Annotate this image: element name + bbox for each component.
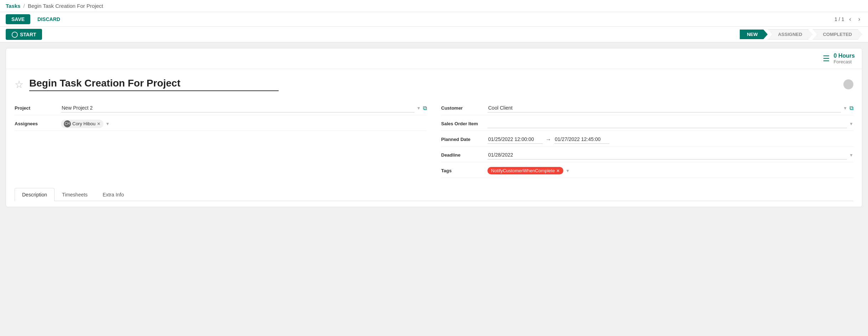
- tags-row: Tags NotifyCustomerWhenComplete ✕ ▼: [441, 164, 853, 178]
- assignees-value: CH Cory Hibou ✕ ▼: [61, 120, 427, 128]
- tags-dropdown-icon[interactable]: ▼: [565, 168, 570, 173]
- tab-timesheets[interactable]: Timesheets: [55, 188, 95, 201]
- status-steps: NEW ASSIGNED COMPLETED: [740, 29, 862, 40]
- customer-input[interactable]: [487, 104, 841, 112]
- customer-label: Customer: [441, 105, 487, 111]
- breadcrumb-parent[interactable]: Tasks: [6, 3, 20, 9]
- planned-date-value: →: [487, 135, 853, 144]
- form-section-left: Project ▼ ⧉ Assignees CH: [15, 101, 427, 178]
- sales-order-dropdown-icon[interactable]: ▼: [849, 121, 853, 126]
- tag-name: NotifyCustomerWhenComplete: [491, 168, 555, 173]
- assignee-remove-icon[interactable]: ✕: [97, 121, 100, 126]
- avatar: CH: [64, 120, 71, 127]
- deadline-value: ▼: [487, 151, 853, 159]
- project-external-link-icon[interactable]: ⧉: [423, 105, 427, 111]
- sales-order-value: ▼: [487, 119, 853, 128]
- breadcrumb-current: Begin Task Creation For Project: [28, 3, 103, 9]
- breadcrumb-bar: Tasks / Begin Task Creation For Project: [0, 0, 868, 12]
- assignee-chip: CH Cory Hibou ✕: [61, 120, 103, 128]
- task-title-row: ☆: [15, 78, 853, 91]
- date-range-arrow-icon: →: [546, 136, 551, 143]
- form-grid: Project ▼ ⧉ Assignees CH: [15, 101, 853, 178]
- sales-order-input[interactable]: [487, 119, 847, 128]
- card-header: ☰ 0 Hours Forecast: [6, 48, 862, 69]
- customer-dropdown-icon[interactable]: ▼: [843, 106, 847, 111]
- action-bar-left: SAVE DISCARD: [6, 14, 64, 24]
- pagination-text: 1 / 1: [835, 16, 844, 22]
- task-title-input[interactable]: [29, 78, 279, 91]
- status-bar: ◯ START NEW ASSIGNED COMPLETED: [0, 27, 868, 42]
- tabs: Description Timesheets Extra Info: [15, 188, 853, 201]
- project-input[interactable]: [61, 104, 414, 112]
- project-dropdown-icon[interactable]: ▼: [417, 106, 421, 111]
- customer-row: Customer ▼ ⧉: [441, 101, 853, 115]
- tags-value: NotifyCustomerWhenComplete ✕ ▼: [487, 167, 853, 174]
- customer-external-link-icon[interactable]: ⧉: [849, 105, 853, 111]
- planned-date-row: Planned Date →: [441, 132, 853, 147]
- deadline-input[interactable]: [487, 151, 847, 159]
- start-label: START: [20, 32, 36, 37]
- save-button[interactable]: SAVE: [6, 14, 30, 24]
- assignees-label: Assignees: [15, 121, 61, 126]
- project-value: ▼ ⧉: [61, 104, 427, 112]
- tags-label: Tags: [441, 168, 487, 173]
- main-content: ☰ 0 Hours Forecast ☆ P: [0, 42, 868, 213]
- start-button[interactable]: ◯ START: [6, 29, 42, 40]
- hours-value: 0 Hours: [833, 53, 855, 59]
- breadcrumb: Tasks / Begin Task Creation For Project: [6, 3, 103, 9]
- next-button[interactable]: ›: [856, 15, 862, 23]
- tag-remove-icon[interactable]: ✕: [556, 168, 560, 173]
- sales-order-label: Sales Order Item: [441, 121, 487, 126]
- deadline-label: Deadline: [441, 152, 487, 158]
- hours-icon: ☰: [823, 54, 830, 63]
- status-step-new[interactable]: NEW: [740, 30, 768, 39]
- discard-button[interactable]: DISCARD: [33, 14, 64, 24]
- form-section-right: Customer ▼ ⧉ Sales Order Item ▼: [441, 101, 853, 178]
- deadline-row: Deadline ▼: [441, 148, 853, 162]
- status-step-completed[interactable]: COMPLETED: [812, 29, 862, 40]
- project-row: Project ▼ ⧉: [15, 101, 427, 115]
- tag-chip: NotifyCustomerWhenComplete ✕: [487, 167, 563, 174]
- start-icon: ◯: [11, 31, 18, 38]
- action-bar: SAVE DISCARD 1 / 1 ‹ ›: [0, 12, 868, 27]
- hours-forecast[interactable]: ☰ 0 Hours Forecast: [823, 53, 855, 64]
- assignees-row: Assignees CH Cory Hibou ✕ ▼: [15, 117, 427, 131]
- sales-order-row: Sales Order Item ▼: [441, 117, 853, 131]
- assignees-dropdown-icon[interactable]: ▼: [105, 121, 110, 126]
- project-label: Project: [15, 105, 61, 111]
- deadline-dropdown-icon[interactable]: ▼: [849, 153, 853, 158]
- planned-date-label: Planned Date: [441, 137, 487, 142]
- breadcrumb-separator: /: [24, 3, 25, 9]
- planned-date-inputs: →: [487, 135, 853, 144]
- tab-description[interactable]: Description: [15, 188, 55, 201]
- assignee-name: Cory Hibou: [72, 121, 95, 126]
- planned-date-end-input[interactable]: [554, 135, 609, 144]
- customer-value: ▼ ⧉: [487, 104, 853, 112]
- circle-status-button[interactable]: [843, 79, 853, 89]
- forecast-label: Forecast: [833, 59, 855, 64]
- planned-date-start-input[interactable]: [487, 135, 543, 144]
- star-icon[interactable]: ☆: [15, 79, 24, 90]
- task-card: ☰ 0 Hours Forecast ☆ P: [6, 48, 862, 207]
- status-step-assigned[interactable]: ASSIGNED: [768, 29, 812, 40]
- tab-extra-info[interactable]: Extra Info: [95, 188, 131, 201]
- card-body: ☆ Project ▼ ⧉: [6, 69, 862, 207]
- prev-button[interactable]: ‹: [847, 15, 853, 23]
- pagination: 1 / 1 ‹ ›: [835, 15, 862, 23]
